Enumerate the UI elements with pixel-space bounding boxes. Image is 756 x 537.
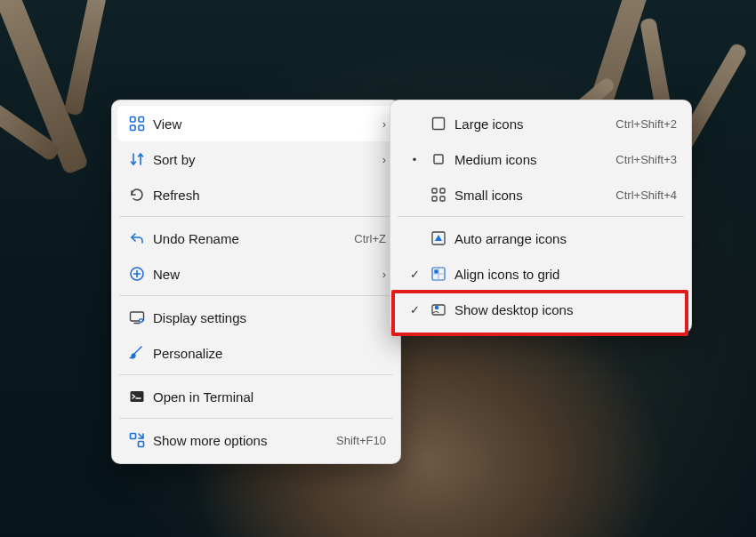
radio-state-selected: • — [403, 153, 426, 166]
paintbrush-icon — [125, 344, 149, 362]
svg-rect-18 — [434, 269, 438, 273]
small-icons-icon — [426, 186, 451, 204]
menu-item-shortcut: Ctrl+Shift+4 — [615, 188, 677, 202]
menu-separator — [398, 216, 684, 217]
menu-item-shortcut: Ctrl+Shift+3 — [615, 153, 677, 166]
svg-rect-12 — [432, 188, 437, 193]
menu-item-label: View — [149, 116, 372, 132]
menu-item-label: Refresh — [149, 188, 386, 203]
view-submenu: Large icons Ctrl+Shift+2 • Medium icons … — [390, 100, 692, 333]
menu-separator — [119, 418, 393, 419]
terminal-icon — [125, 388, 149, 405]
menu-item-label: Open in Terminal — [149, 389, 386, 405]
large-icons-icon — [426, 115, 451, 132]
sort-icon — [125, 150, 149, 168]
wallpaper-shape — [64, 0, 108, 116]
menu-item-sort-by[interactable]: Sort by › — [117, 141, 395, 177]
menu-item-new[interactable]: New › — [117, 256, 395, 292]
auto-arrange-icon — [426, 229, 451, 247]
svg-rect-11 — [434, 155, 443, 164]
desktop-context-menu: View › Sort by › Refresh Undo — [111, 100, 401, 464]
submenu-item-show-desktop-icons[interactable]: ✓ Show desktop icons — [396, 292, 686, 327]
svg-rect-10 — [433, 118, 445, 130]
svg-rect-2 — [131, 125, 136, 131]
menu-item-show-more-options[interactable]: Show more options Shift+F10 — [117, 422, 395, 458]
svg-rect-13 — [440, 188, 445, 193]
svg-rect-19 — [432, 305, 445, 315]
menu-item-label: Sort by — [149, 152, 372, 167]
chevron-right-icon: › — [372, 117, 386, 131]
menu-item-open-in-terminal[interactable]: Open in Terminal — [117, 379, 395, 414]
menu-item-undo-rename[interactable]: Undo Rename Ctrl+Z — [117, 220, 395, 256]
menu-item-view[interactable]: View › — [117, 106, 395, 141]
medium-icons-icon — [426, 150, 451, 168]
menu-item-shortcut: Shift+F10 — [336, 434, 386, 447]
menu-item-label: New — [149, 267, 372, 282]
menu-item-label: Align icons to grid — [451, 267, 677, 282]
svg-rect-9 — [139, 442, 144, 447]
menu-item-label: Large icons — [451, 116, 615, 132]
svg-rect-0 — [131, 117, 136, 123]
svg-rect-1 — [139, 117, 144, 123]
view-grid-icon — [125, 115, 149, 132]
menu-item-label: Display settings — [149, 310, 386, 325]
chevron-right-icon: › — [372, 153, 386, 166]
refresh-icon — [125, 186, 149, 204]
menu-separator — [119, 374, 393, 375]
menu-item-refresh[interactable]: Refresh — [117, 177, 395, 212]
menu-item-shortcut: Ctrl+Shift+2 — [615, 117, 677, 131]
svg-rect-8 — [131, 434, 136, 439]
svg-rect-7 — [131, 391, 144, 402]
svg-rect-15 — [440, 196, 445, 201]
chevron-right-icon: › — [372, 268, 386, 281]
undo-icon — [125, 229, 149, 247]
menu-separator — [119, 216, 393, 217]
menu-item-personalize[interactable]: Personalize — [117, 335, 395, 371]
desktop-icons-icon — [426, 301, 451, 318]
svg-rect-3 — [139, 125, 144, 131]
align-grid-icon — [426, 265, 451, 283]
menu-item-display-settings[interactable]: Display settings — [117, 300, 395, 335]
submenu-item-medium-icons[interactable]: • Medium icons Ctrl+Shift+3 — [396, 141, 686, 177]
svg-point-20 — [435, 306, 439, 310]
menu-item-label: Small icons — [451, 188, 615, 203]
menu-item-label: Show more options — [149, 433, 336, 448]
plus-circle-icon — [125, 265, 149, 283]
more-options-icon — [125, 431, 149, 449]
svg-rect-14 — [432, 196, 437, 201]
menu-item-label: Undo Rename — [149, 231, 354, 246]
menu-item-label: Medium icons — [451, 152, 615, 167]
menu-item-shortcut: Ctrl+Z — [354, 232, 386, 245]
submenu-item-small-icons[interactable]: Small icons Ctrl+Shift+4 — [396, 177, 686, 212]
submenu-item-large-icons[interactable]: Large icons Ctrl+Shift+2 — [396, 106, 686, 141]
submenu-item-align-to-grid[interactable]: ✓ Align icons to grid — [396, 256, 686, 292]
check-state-checked: ✓ — [403, 268, 426, 281]
display-settings-icon — [125, 309, 149, 326]
menu-item-label: Auto arrange icons — [451, 231, 677, 246]
menu-item-label: Personalize — [149, 346, 386, 361]
check-state-checked: ✓ — [403, 303, 426, 317]
submenu-item-auto-arrange[interactable]: Auto arrange icons — [396, 220, 686, 256]
menu-item-label: Show desktop icons — [451, 302, 677, 317]
menu-separator — [119, 295, 393, 296]
